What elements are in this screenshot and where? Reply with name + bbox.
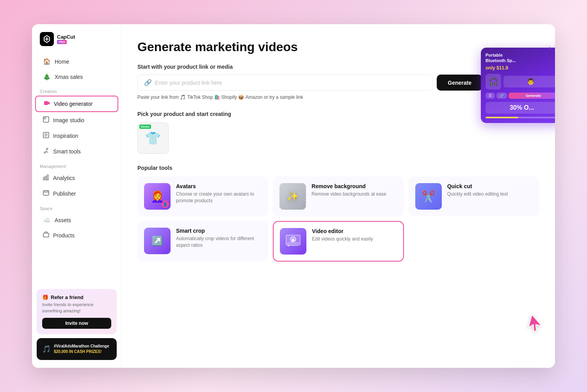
sidebar-item-products-label: Products xyxy=(53,232,75,239)
link-section-label: Start with your product link or media xyxy=(137,64,539,70)
section-management-label: Management xyxy=(32,159,121,170)
sidebar-item-video-generator[interactable]: Video generator xyxy=(35,96,118,112)
section-creation-label: Creation xyxy=(32,84,121,95)
sidebar-item-home[interactable]: 🏠 Home xyxy=(35,54,118,69)
assets-icon: ☁️ xyxy=(43,216,51,224)
home-icon: 🏠 xyxy=(43,58,51,65)
quick-cut-thumbnail: ✂️ xyxy=(415,183,442,210)
amazon-link[interactable]: Amazon xyxy=(245,94,263,100)
svg-point-19 xyxy=(288,245,289,246)
sidebar-item-assets-label: Assets xyxy=(55,217,71,223)
quick-cut-desc: Quickly edit video editing text xyxy=(447,191,533,198)
logo-name: CapCut xyxy=(57,34,75,40)
amazon-icon: 📦 xyxy=(238,94,245,100)
invite-button[interactable]: Invite now xyxy=(42,318,111,329)
promo-card[interactable]: 🎵 #ViralAdsMarathon Challenge$20,000 IN … xyxy=(37,338,117,360)
sample-link[interactable]: try a sample link xyxy=(269,94,303,100)
sidebar-item-products[interactable]: Products xyxy=(35,228,118,243)
or-separator: or xyxy=(264,94,269,100)
shopify-link[interactable]: Shopify xyxy=(221,94,237,100)
svg-rect-11 xyxy=(43,191,49,195)
refer-title: 🎁 Refer a friend xyxy=(42,294,111,300)
logo-text: CapCut PRO xyxy=(57,34,75,45)
link-icon: 🔗 xyxy=(144,79,152,86)
products-icon xyxy=(43,232,49,239)
svg-rect-17 xyxy=(287,242,299,244)
smart-crop-thumbnail: ↗️ xyxy=(144,228,171,254)
quick-cut-name: Quick cut xyxy=(447,183,533,189)
remove-bg-info: Remove background Remove video backgroun… xyxy=(311,183,397,198)
demo-badge: Demo xyxy=(139,125,151,129)
svg-rect-10 xyxy=(47,175,48,180)
sidebar-item-image-studio-label: Image studio xyxy=(53,117,84,123)
avatars-desc: Choose or create your own avatars to pro… xyxy=(176,191,261,204)
sidebar-item-smart-tools-label: Smart tools xyxy=(53,148,81,155)
video-generator-icon xyxy=(44,100,50,108)
svg-rect-0 xyxy=(44,101,48,105)
avatars-thumbnail: 👩‍🦰 👤 xyxy=(144,183,171,210)
tools-section-label: Popular tools xyxy=(137,165,539,171)
logo-area: CapCut PRO xyxy=(32,32,121,54)
sidebar-item-xmas[interactable]: 🎄 Xmas sales xyxy=(35,69,118,84)
video-editor-name: Video editor xyxy=(312,228,397,234)
app-window: CapCut PRO 🏠 Home 🎄 Xmas sales Creation … xyxy=(32,24,555,368)
tool-card-smart-crop[interactable]: ↗️ Smart crop Automatically crop videos … xyxy=(137,221,268,262)
xmas-icon: 🎄 xyxy=(43,73,51,80)
sidebar-item-video-generator-label: Video generator xyxy=(54,101,92,107)
tool-card-video-editor[interactable]: Video editor Edit videos quickly and eas… xyxy=(273,221,404,262)
sidebar: CapCut PRO 🏠 Home 🎄 Xmas sales Creation … xyxy=(32,24,122,368)
sidebar-item-image-studio[interactable]: Image studio xyxy=(35,113,118,128)
tool-card-remove-background[interactable]: ✨ Remove background Remove video backgro… xyxy=(273,176,404,216)
smart-crop-name: Smart crop xyxy=(176,228,261,234)
sidebar-item-home-label: Home xyxy=(55,59,69,65)
sidebar-item-publisher[interactable]: Publisher xyxy=(35,186,118,201)
tools-empty-slot xyxy=(409,221,539,262)
avatars-info: Avatars Choose or create your own avatar… xyxy=(176,183,261,204)
sidebar-item-smart-tools[interactable]: Smart tools xyxy=(35,144,118,159)
sidebar-item-analytics[interactable]: Analytics xyxy=(35,171,118,185)
refer-desc: Invite friends to experience something a… xyxy=(42,302,111,314)
tool-card-avatars[interactable]: 👩‍🦰 👤 Avatars Choose or create your own … xyxy=(137,176,268,216)
video-editor-info: Video editor Edit videos quickly and eas… xyxy=(312,228,397,242)
svg-line-7 xyxy=(46,151,48,153)
or-text: or xyxy=(486,80,491,86)
remove-bg-desc: Remove video backgrounds at ease xyxy=(311,191,397,198)
refer-icon: 🎁 xyxy=(42,294,48,300)
refer-card: 🎁 Refer a friend Invite friends to exper… xyxy=(37,289,117,334)
shopify-icon: 🛍️ xyxy=(214,94,221,100)
tiktok-shop-link[interactable]: TikTok Shop xyxy=(187,94,213,100)
image-studio-icon xyxy=(43,116,49,124)
sidebar-item-assets[interactable]: ☁️ Assets xyxy=(35,213,118,227)
section-space-label: Space xyxy=(32,201,121,212)
smart-crop-desc: Automatically crop videos for different … xyxy=(176,235,261,249)
tools-grid-row1: 👩‍🦰 👤 Avatars Choose or create your own … xyxy=(137,176,539,216)
svg-rect-8 xyxy=(43,177,44,180)
sidebar-item-xmas-label: Xmas sales xyxy=(55,74,83,80)
video-editor-desc: Edit videos quickly and easily xyxy=(312,236,397,242)
sidebar-item-inspiration-label: Inspiration xyxy=(53,133,78,139)
tools-grid-row2: ↗️ Smart crop Automatically crop videos … xyxy=(137,221,539,262)
svg-rect-9 xyxy=(45,176,46,180)
tool-card-quick-cut[interactable]: ✂️ Quick cut Quickly edit video editing … xyxy=(409,176,539,216)
sidebar-item-publisher-label: Publisher xyxy=(53,191,76,197)
cursor-arrow xyxy=(525,313,546,338)
link-input-row: 🔗 Enter your product link here Generate … xyxy=(137,75,539,91)
promo-text: #ViralAdsMarathon Challenge$20,000 IN CA… xyxy=(54,344,109,355)
product-thumbnail[interactable]: Demo 👕 xyxy=(137,123,169,154)
add-media-button[interactable]: Add media xyxy=(495,75,539,91)
svg-rect-15 xyxy=(43,233,49,237)
main-content: Generate marketing videos Start with you… xyxy=(122,24,555,368)
inspiration-icon xyxy=(43,132,49,140)
logo-badge: PRO xyxy=(57,40,67,44)
svg-rect-2 xyxy=(44,118,46,119)
avatars-name: Avatars xyxy=(176,183,261,189)
remove-bg-thumbnail: ✨ xyxy=(279,183,306,210)
preview-discount-text: 30% O... xyxy=(488,104,555,111)
generate-button[interactable]: Generate xyxy=(437,75,482,91)
publisher-icon xyxy=(43,190,49,198)
input-placeholder-text: Enter your product link here xyxy=(155,80,222,86)
sidebar-item-inspiration[interactable]: Inspiration xyxy=(35,128,118,143)
analytics-icon xyxy=(43,174,49,182)
sidebar-item-analytics-label: Analytics xyxy=(53,175,75,181)
product-link-input-wrapper[interactable]: 🔗 Enter your product link here xyxy=(137,75,433,91)
